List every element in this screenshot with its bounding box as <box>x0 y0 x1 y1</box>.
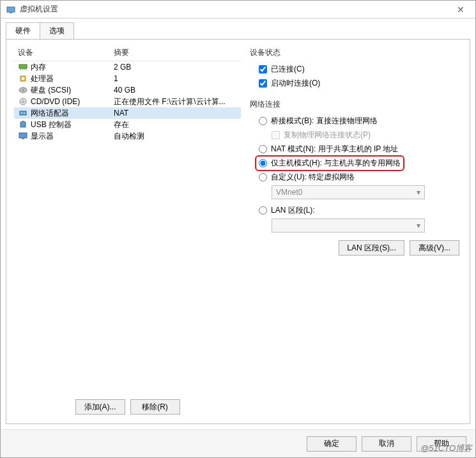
lanseg-radio[interactable] <box>259 206 267 215</box>
connected-label: 已连接(C) <box>271 64 305 75</box>
col-summary: 摘要 <box>114 47 241 58</box>
hardware-list-panel: 设备 摘要 内存2 GB处理器1硬盘 (SCSI)40 GBCD/DVD (ID… <box>14 46 241 424</box>
poweron-checkbox-row[interactable]: 启动时连接(O) <box>259 76 462 90</box>
network-extra-buttons: LAN 区段(S)... 高级(V)... <box>250 240 462 256</box>
lanseg-select <box>272 218 425 233</box>
nat-label: NAT 模式(N): 用于共享主机的 IP 地址 <box>271 144 398 155</box>
replicate-label: 复制物理网络连接状态(P) <box>284 130 371 141</box>
hardware-row[interactable]: 处理器1 <box>14 73 241 84</box>
lanseg-label: LAN 区段(L): <box>271 205 315 216</box>
device-label: 网络适配器 <box>31 108 114 119</box>
device-summary: 自动检测 <box>114 131 241 142</box>
device-label: CD/DVD (IDE) <box>31 97 114 106</box>
cancel-button[interactable]: 取消 <box>362 436 411 452</box>
svg-point-10 <box>22 89 24 91</box>
svg-point-12 <box>22 101 24 103</box>
hostonly-label: 仅主机模式(H): 与主机共享的专用网络 <box>271 158 401 169</box>
device-summary: 40 GB <box>114 86 241 95</box>
device-label: 处理器 <box>31 73 114 84</box>
hostonly-radio[interactable] <box>259 159 267 167</box>
close-button[interactable]: ✕ <box>451 1 470 18</box>
connected-checkbox-row[interactable]: 已连接(C) <box>259 62 462 76</box>
memory-icon <box>18 63 28 72</box>
add-button[interactable]: 添加(A)... <box>75 399 125 415</box>
tab-hardware[interactable]: 硬件 <box>6 22 40 39</box>
nat-radio[interactable] <box>259 145 267 153</box>
svg-rect-1 <box>10 12 12 13</box>
disk-icon <box>18 86 28 95</box>
watermark: @51CTO博客 <box>420 443 472 454</box>
connected-checkbox[interactable] <box>259 65 267 73</box>
tab-options[interactable]: 选项 <box>40 22 74 39</box>
advanced-button[interactable]: 高级(V)... <box>410 240 459 256</box>
poweron-checkbox[interactable] <box>259 79 267 88</box>
hardware-row[interactable]: 网络适配器NAT <box>14 107 241 119</box>
cpu-icon <box>18 74 28 83</box>
col-device: 设备 <box>18 47 114 58</box>
device-summary: 2 GB <box>114 63 241 72</box>
display-icon <box>18 132 28 141</box>
net-icon <box>18 109 28 118</box>
svg-rect-2 <box>19 65 27 68</box>
replicate-checkbox <box>272 131 280 139</box>
custom-radio[interactable] <box>259 173 267 181</box>
content-panel: 设备 摘要 内存2 GB处理器1硬盘 (SCSI)40 GBCD/DVD (ID… <box>6 39 470 424</box>
hostonly-radio-row[interactable]: 仅主机模式(H): 与主机共享的专用网络 <box>259 156 462 170</box>
cd-icon <box>18 97 28 106</box>
svg-rect-0 <box>7 7 15 12</box>
device-label: 显示器 <box>31 131 114 142</box>
hardware-row[interactable]: 硬盘 (SCSI)40 GB <box>14 84 241 96</box>
custom-label: 自定义(U): 特定虚拟网络 <box>271 172 355 183</box>
custom-radio-row[interactable]: 自定义(U): 特定虚拟网络 <box>259 170 462 184</box>
hardware-row[interactable]: CD/DVD (IDE)正在使用文件 F:\云计算\云计算... <box>14 96 241 107</box>
hostonly-highlight: 仅主机模式(H): 与主机共享的专用网络 <box>255 155 404 171</box>
dialog-footer: 确定 取消 帮助 <box>1 429 475 457</box>
vm-settings-window: 虚拟机设置 ✕ 硬件 选项 设备 摘要 内存2 GB处理器1硬盘 (SCSI)4… <box>0 0 476 458</box>
poweron-label: 启动时连接(O) <box>271 78 320 89</box>
lanseg-radio-row[interactable]: LAN 区段(L): <box>259 203 462 217</box>
vmnet-value: VMnet0 <box>276 188 302 197</box>
device-label: 内存 <box>31 62 114 73</box>
device-status-title: 设备状态 <box>250 47 462 58</box>
hardware-row[interactable]: 显示器自动检测 <box>14 130 241 142</box>
bridged-radio[interactable] <box>259 117 267 125</box>
remove-button[interactable]: 移除(R) <box>130 399 180 415</box>
device-label: 硬盘 (SCSI) <box>31 85 114 96</box>
nat-radio-row[interactable]: NAT 模式(N): 用于共享主机的 IP 地址 <box>259 142 462 156</box>
hardware-buttons: 添加(A)... 移除(R) <box>14 393 241 424</box>
bridged-radio-row[interactable]: 桥接模式(B): 直接连接物理网络 <box>259 114 462 128</box>
device-summary: NAT <box>114 109 241 118</box>
titlebar: 虚拟机设置 ✕ <box>1 1 475 19</box>
vmnet-select: VMnet0 <box>272 185 425 199</box>
network-connection-group: 网络连接 桥接模式(B): 直接连接物理网络 复制物理网络连接状态(P) <box>250 99 462 256</box>
replicate-checkbox-row: 复制物理网络连接状态(P) <box>259 128 462 142</box>
svg-rect-13 <box>20 111 26 115</box>
network-connection-title: 网络连接 <box>250 99 462 110</box>
device-summary: 存在 <box>114 119 241 130</box>
svg-point-15 <box>24 112 25 114</box>
svg-rect-17 <box>22 121 24 123</box>
usb-icon <box>18 120 28 129</box>
svg-rect-19 <box>22 138 24 139</box>
svg-rect-18 <box>19 133 27 138</box>
hardware-row[interactable]: 内存2 GB <box>14 61 241 73</box>
device-status-group: 设备状态 已连接(C) 启动时连接(O) <box>250 47 462 90</box>
svg-point-14 <box>21 112 22 114</box>
hardware-table: 设备 摘要 内存2 GB处理器1硬盘 (SCSI)40 GBCD/DVD (ID… <box>14 46 241 393</box>
device-detail-panel: 设备状态 已连接(C) 启动时连接(O) 网络连接 <box>241 46 462 424</box>
device-summary: 正在使用文件 F:\云计算\云计算... <box>114 96 241 107</box>
device-label: USB 控制器 <box>31 119 114 130</box>
ok-button[interactable]: 确定 <box>307 436 357 452</box>
svg-rect-16 <box>20 122 26 127</box>
hardware-table-header: 设备 摘要 <box>14 46 241 61</box>
lan-segments-button[interactable]: LAN 区段(S)... <box>339 240 404 256</box>
device-summary: 1 <box>114 74 241 83</box>
hardware-row[interactable]: USB 控制器存在 <box>14 119 241 130</box>
app-icon <box>6 4 16 15</box>
bridged-label: 桥接模式(B): 直接连接物理网络 <box>271 116 378 126</box>
window-title: 虚拟机设置 <box>20 4 451 15</box>
tab-bar: 硬件 选项 <box>1 19 475 39</box>
svg-rect-8 <box>22 77 24 80</box>
